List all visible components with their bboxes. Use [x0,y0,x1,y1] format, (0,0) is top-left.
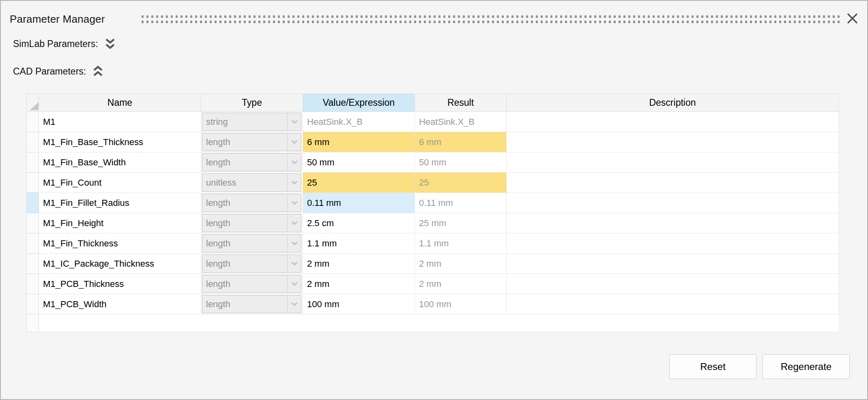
row-header[interactable] [27,193,39,213]
dropdown-button[interactable] [287,295,301,313]
name-cell[interactable]: M1_PCB_Thickness [39,274,201,294]
name-cell[interactable]: M1 [39,112,201,132]
name-cell[interactable]: M1_PCB_Width [39,294,201,314]
description-cell[interactable] [507,233,839,254]
value-cell[interactable]: 1.1 mm [303,233,415,254]
dropdown-button[interactable] [287,275,301,293]
collapse-cad-button[interactable] [92,65,103,78]
expand-simlab-button[interactable] [105,37,116,50]
param-table-body: M1 string HeatSink.X_B HeatSink.X_B M1_F… [27,112,839,332]
value-cell[interactable]: 25 [303,173,415,193]
type-dropdown[interactable]: length [202,194,301,212]
name-cell[interactable]: M1_Fin_Count [39,173,201,193]
type-dropdown[interactable]: unitless [202,173,301,192]
type-dropdown[interactable]: length [202,234,301,252]
description-cell[interactable] [507,173,839,193]
dropdown-button[interactable] [287,113,301,130]
description-cell[interactable] [507,132,839,152]
column-header-description[interactable]: Description [507,94,839,112]
chevron-down-icon [291,140,298,144]
dropdown-button[interactable] [287,235,301,252]
close-icon [847,13,858,24]
description-cell[interactable] [507,274,839,294]
dropdown-button[interactable] [287,194,301,212]
dropdown-button[interactable] [287,133,301,151]
value-cell[interactable]: 2.5 cm [303,213,415,233]
value-cell[interactable]: 2 mm [303,274,415,294]
dropdown-button[interactable] [287,214,301,232]
close-button[interactable] [844,11,860,26]
value-cell[interactable]: 100 mm [303,294,415,314]
type-dropdown[interactable]: string [202,113,301,131]
result-cell: HeatSink.X_B [415,112,507,132]
row-header[interactable] [27,233,39,254]
name-cell[interactable]: M1_Fin_Thickness [39,233,201,254]
empty-row [27,314,839,332]
regenerate-button[interactable]: Regenerate [763,354,850,379]
row-header[interactable] [27,294,39,314]
column-header-name[interactable]: Name [39,94,201,112]
row-header[interactable] [27,173,39,193]
type-value: length [202,133,287,151]
value-cell[interactable]: 6 mm [303,132,415,152]
dropdown-button[interactable] [287,154,301,171]
value-cell[interactable]: 2 mm [303,254,415,274]
type-dropdown[interactable]: length [202,133,301,151]
drag-handle-dots-icon[interactable] [142,15,840,23]
description-cell[interactable] [507,294,839,314]
type-dropdown[interactable]: length [202,214,301,232]
table-row: M1_IC_Package_Thickness length 2 mm 2 mm [27,254,839,274]
chevron-down-icon [291,241,298,246]
type-dropdown[interactable]: length [202,153,301,171]
name-cell[interactable]: M1_Fin_Fillet_Radius [39,193,201,213]
dropdown-button[interactable] [287,255,301,272]
description-cell[interactable] [507,152,839,173]
row-header[interactable] [27,274,39,294]
table-row: M1 string HeatSink.X_B HeatSink.X_B [27,112,839,132]
description-cell[interactable] [507,193,839,213]
chevron-down-icon [291,201,298,205]
description-cell[interactable] [507,213,839,233]
row-header[interactable] [27,132,39,152]
row-header[interactable] [27,152,39,173]
table-row: M1_Fin_Fillet_Radius length 0.11 mm 0.11… [27,193,839,213]
description-cell[interactable] [507,112,839,132]
column-header-value-expression[interactable]: Value/Expression [303,94,415,112]
dropdown-button[interactable] [287,174,301,191]
column-header-type[interactable]: Type [201,94,303,112]
table-row: M1_PCB_Width length 100 mm 100 mm [27,294,839,314]
cad-parameters-label: CAD Parameters: [13,66,86,77]
description-cell[interactable] [507,254,839,274]
result-cell: 2 mm [415,254,507,274]
name-cell[interactable]: M1_Fin_Base_Thickness [39,132,201,152]
type-dropdown[interactable]: length [202,255,301,273]
type-value: length [202,255,287,272]
result-cell: 25 mm [415,213,507,233]
column-header-result[interactable]: Result [415,94,507,112]
chevron-down-icon [291,221,298,225]
type-dropdown[interactable]: length [202,275,301,293]
result-cell: 2 mm [415,274,507,294]
type-value: length [202,194,287,212]
type-cell: length [201,274,303,294]
type-value: length [202,154,287,171]
result-cell: 100 mm [415,294,507,314]
name-cell[interactable]: M1_Fin_Base_Width [39,152,201,173]
double-chevron-up-icon [92,65,103,78]
select-all-corner[interactable] [27,94,39,112]
empty-row-space [39,314,839,332]
name-cell[interactable]: M1_IC_Package_Thickness [39,254,201,274]
value-cell[interactable]: 0.11 mm [303,193,415,213]
reset-button[interactable]: Reset [669,354,756,379]
row-header[interactable] [27,112,39,132]
chevron-down-icon [291,120,298,124]
name-cell[interactable]: M1_Fin_Height [39,213,201,233]
value-cell[interactable]: 50 mm [303,152,415,173]
chevron-down-icon [291,160,298,165]
result-cell: 50 mm [415,152,507,173]
type-dropdown[interactable]: length [202,295,301,313]
row-header[interactable] [27,254,39,274]
value-cell[interactable]: HeatSink.X_B [303,112,415,132]
table-row: M1_PCB_Thickness length 2 mm 2 mm [27,274,839,294]
row-header[interactable] [27,213,39,233]
